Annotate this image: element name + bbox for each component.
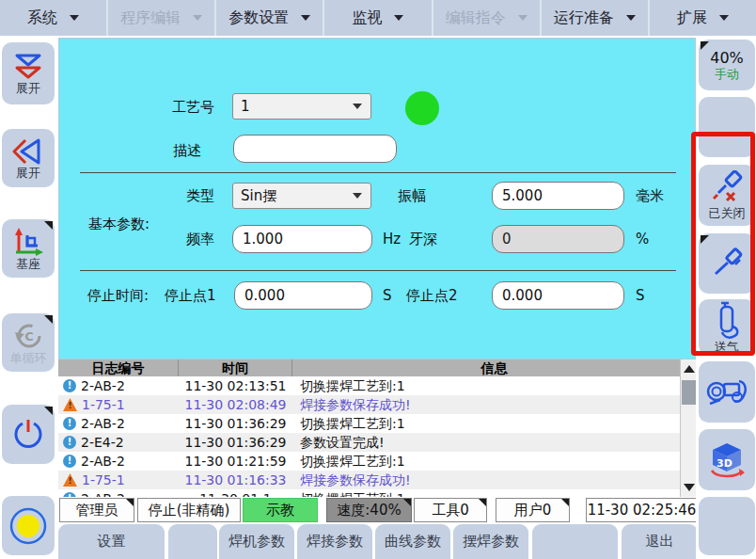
- log-message: 切换摆焊工艺到:1: [292, 376, 696, 395]
- log-row[interactable]: !2-AB-2 11-30 02:13:51 切换摆焊工艺到:1: [58, 376, 696, 395]
- separator: [80, 172, 676, 173]
- log-table: 日志编号 时间 信息 !2-AB-2 11-30 02:13:51 切换摆焊工艺…: [58, 359, 696, 497]
- right-toolbar: 40% 手动 已关闭: [696, 36, 756, 559]
- info-icon: !: [63, 455, 76, 468]
- status-user-role[interactable]: 管理员: [59, 498, 134, 522]
- log-message: 参数设置完成!: [292, 433, 696, 452]
- status-user-frame[interactable]: 用户0: [496, 498, 570, 522]
- type-dropdown[interactable]: Sin摆: [232, 183, 371, 209]
- status-speed[interactable]: 速度:40%: [326, 498, 412, 522]
- dropdown-arrow-icon: [626, 15, 636, 21]
- power-button[interactable]: [2, 405, 55, 464]
- status-speed-label: 速度:40%: [337, 502, 401, 519]
- menu-edit-instructions: 编辑指令: [433, 0, 542, 36]
- log-row[interactable]: !2-AB-2 11-30 01:21:59 切换摆焊工艺到:1: [58, 452, 696, 471]
- log-row[interactable]: !1-75-1 11-30 01:16:33 焊接参数保存成功!: [58, 471, 696, 489]
- torch-state-button[interactable]: 已关闭: [699, 165, 755, 226]
- stop-point1-input[interactable]: [234, 281, 372, 310]
- warning-icon: !: [63, 398, 77, 411]
- menu-system[interactable]: 系统: [0, 0, 108, 36]
- bottom-bar: 设置 焊机参数 焊接参数 曲线参数 摆焊参数 退出: [58, 524, 696, 559]
- menu-monitor[interactable]: 监视: [324, 0, 433, 36]
- frequency-input[interactable]: [232, 225, 372, 253]
- view-3d-button[interactable]: 3D: [699, 429, 755, 490]
- stop-point1-label: 停止点1: [165, 287, 216, 305]
- menu-monitor-label: 监视: [352, 8, 382, 28]
- menu-extension[interactable]: 扩展: [650, 0, 756, 36]
- expand-down-label: 展开: [16, 82, 40, 95]
- log-id: 1-75-1: [82, 471, 125, 489]
- right-empty-button-2: [699, 497, 755, 555]
- log-row[interactable]: !2-AB-2 11-30 01:1 切换摆焊工艺到:1: [58, 489, 696, 497]
- scroll-down-icon[interactable]: [684, 484, 695, 491]
- right-empty-button-1: [699, 97, 755, 157]
- corner-marker-icon: [126, 499, 134, 506]
- log-row[interactable]: !2-E4-2 11-30 01:36:29 参数设置完成!: [58, 433, 696, 452]
- weave-params-button[interactable]: 摆焊参数: [453, 524, 528, 559]
- gas-feed-button[interactable]: 送气: [699, 299, 755, 355]
- status-run-state: 停止(非精确): [137, 498, 241, 522]
- record-button[interactable]: [2, 496, 55, 555]
- base-frame-button[interactable]: 基座: [2, 219, 55, 278]
- log-header: 日志编号 时间 信息: [58, 359, 696, 376]
- handheld-device-icon: [705, 374, 748, 411]
- expand-down-button[interactable]: 展开: [2, 42, 55, 104]
- exit-button[interactable]: 退出: [622, 524, 698, 559]
- amplitude-input[interactable]: [492, 182, 624, 210]
- welder-params-button[interactable]: 焊机参数: [219, 524, 294, 559]
- log-header-time: 时间: [179, 359, 292, 376]
- status-tool-label: 工具0: [432, 502, 469, 519]
- type-value: Sin摆: [241, 187, 276, 205]
- log-message: 焊接参数保存成功!: [292, 395, 696, 414]
- power-icon: [10, 417, 46, 453]
- menu-system-label: 系统: [27, 8, 57, 28]
- status-datetime: 11-30 02:25:46: [586, 498, 698, 522]
- log-row[interactable]: !1-75-1 11-30 02:08:49 焊接参数保存成功!: [58, 395, 696, 414]
- base-frame-label: 基座: [16, 258, 40, 271]
- description-label: 描述: [154, 142, 201, 160]
- dropdown-arrow-icon: [353, 104, 362, 109]
- process-no-value: 1: [241, 98, 250, 115]
- scrollbar-thumb[interactable]: [682, 380, 696, 405]
- 3d-cube-label: 3D: [717, 457, 732, 470]
- expand-left-icon: [11, 137, 45, 166]
- menu-parameter-settings-label: 参数设置: [228, 8, 289, 28]
- menu-program-edit-label: 程序编辑: [120, 8, 181, 28]
- frequency-label: 频率: [154, 231, 214, 248]
- status-datetime-label: 11-30 02:25:46: [588, 502, 697, 519]
- corner-marker-icon: [701, 41, 709, 50]
- torch-button[interactable]: [699, 233, 755, 294]
- manual-mode-label: 手动: [715, 67, 739, 81]
- welding-params-label: 焊接参数: [307, 533, 363, 551]
- description-input[interactable]: [233, 135, 397, 163]
- dropdown-arrow-icon: [518, 15, 528, 21]
- torch-icon: [708, 245, 746, 282]
- corner-marker-icon: [701, 235, 709, 244]
- info-icon: !: [63, 436, 76, 449]
- status-tool[interactable]: 工具0: [414, 498, 487, 522]
- process-no-dropdown[interactable]: 1: [232, 93, 371, 120]
- log-time: 11-30 01:1: [179, 489, 292, 497]
- dropdown-arrow-icon: [353, 193, 362, 199]
- log-row[interactable]: !2-AB-2 11-30 01:36:29 切换摆焊工艺到:1: [58, 414, 696, 433]
- speed-mode-button[interactable]: 40% 手动: [699, 40, 755, 90]
- scroll-up-icon[interactable]: [684, 365, 695, 373]
- curve-params-button[interactable]: 曲线参数: [375, 524, 450, 559]
- log-scrollbar[interactable]: [680, 359, 696, 497]
- menu-edit-instructions-label: 编辑指令: [446, 8, 506, 28]
- menu-parameter-settings[interactable]: 参数设置: [216, 0, 324, 36]
- welding-params-button[interactable]: 焊接参数: [297, 524, 372, 559]
- info-icon: !: [63, 417, 76, 430]
- stop-point2-input[interactable]: [492, 281, 624, 310]
- basic-params-label: 基本参数:: [88, 216, 150, 233]
- process-no-label: 工艺号: [154, 99, 214, 117]
- bottom-empty-button-2: [532, 524, 618, 559]
- expand-left-button[interactable]: 展开: [2, 129, 55, 187]
- amplitude-unit: 毫米: [636, 187, 664, 205]
- handheld-device-button[interactable]: [699, 361, 755, 423]
- log-time: 11-30 01:16:33: [179, 471, 292, 489]
- status-teach-mode: 示教: [243, 498, 318, 522]
- settings-button[interactable]: 设置: [58, 524, 165, 559]
- depth-input: [492, 225, 624, 253]
- menu-run-preparation[interactable]: 运行准备: [542, 0, 650, 36]
